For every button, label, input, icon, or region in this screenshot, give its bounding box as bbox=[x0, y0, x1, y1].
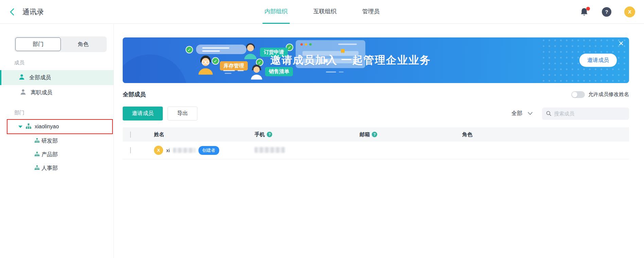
members-group-label: 成员 bbox=[14, 60, 114, 66]
email-help-icon[interactable]: ? bbox=[372, 132, 377, 137]
tree-node-hr-dept[interactable]: 人事部 bbox=[0, 161, 114, 175]
tree-node-root-highlighted[interactable]: xiaolinyao bbox=[7, 119, 113, 134]
check-icon: ✓ bbox=[186, 46, 193, 53]
table-header: 姓名 手机 ? 邮箱 ? 角色 bbox=[123, 127, 629, 142]
sidebar-item-former-members[interactable]: 离职成员 bbox=[0, 85, 114, 100]
tab-connected-org[interactable]: 互联组织 bbox=[311, 0, 338, 24]
column-name: 姓名 bbox=[154, 131, 164, 138]
notification-dot bbox=[586, 7, 590, 11]
org-icon bbox=[35, 165, 39, 171]
help-icon[interactable]: ? bbox=[602, 7, 611, 17]
filter-value: 全部 bbox=[511, 110, 522, 117]
tree-node-label: 研发部 bbox=[41, 138, 58, 145]
person-illustration bbox=[242, 42, 259, 61]
banner-tag-sales: 销售清单 bbox=[265, 67, 293, 76]
caret-down-icon[interactable] bbox=[18, 126, 22, 128]
sidebar-item-label: 全部成员 bbox=[29, 74, 51, 81]
search-input[interactable] bbox=[554, 111, 625, 116]
banner-tag-inventory: 库存管理 bbox=[220, 61, 248, 70]
top-header: 通讯录 内部组织 互联组织 管理员 ? X bbox=[0, 0, 644, 24]
member-icon bbox=[20, 89, 26, 96]
segment-role[interactable]: 角色 bbox=[61, 37, 106, 51]
banner-chat-card bbox=[196, 45, 246, 54]
banner-invite-button[interactable]: 邀请成员 bbox=[579, 54, 617, 67]
user-avatar[interactable]: X bbox=[624, 6, 635, 17]
tab-internal-org[interactable]: 内部组织 bbox=[262, 0, 290, 24]
filter-dropdown[interactable]: 全部 bbox=[511, 110, 533, 117]
member-name-redacted bbox=[173, 148, 195, 153]
sidebar-item-all-members[interactable]: 全部成员 bbox=[0, 70, 114, 85]
main-content: ✓ ✓ 订货申请 ✓ 库存管理 ✓ bbox=[114, 24, 644, 258]
member-phone-redacted bbox=[255, 147, 285, 153]
header-actions: ? X bbox=[580, 6, 635, 17]
back-icon[interactable] bbox=[9, 8, 16, 16]
person-illustration bbox=[196, 54, 215, 76]
tab-admin[interactable]: 管理员 bbox=[360, 0, 382, 24]
check-icon: ✓ bbox=[212, 57, 219, 65]
members-table: 姓名 手机 ? 邮箱 ? 角色 X xi 创建者 bbox=[123, 127, 629, 159]
tree-node-rd-dept[interactable]: 研发部 bbox=[0, 134, 114, 148]
allow-rename-toggle[interactable] bbox=[571, 91, 585, 98]
person-illustration bbox=[249, 63, 264, 81]
column-email: 邮箱 bbox=[360, 131, 370, 138]
sidebar-item-label: 离职成员 bbox=[31, 89, 52, 96]
chevron-down-icon bbox=[528, 112, 533, 115]
export-button[interactable]: 导出 bbox=[168, 107, 197, 120]
allow-rename-toggle-wrap: 允许成员修改姓名 bbox=[571, 91, 629, 98]
org-icon bbox=[26, 124, 31, 130]
dept-group-label: 部门 bbox=[14, 110, 114, 116]
page-title: 通讯录 bbox=[22, 7, 44, 17]
sidebar: 部门 角色 成员 全部成员 离职成员 部门 xiaolinyao bbox=[0, 24, 114, 258]
table-row[interactable]: X xi 创建者 bbox=[123, 142, 629, 159]
banner-headline: 邀请成员加入 一起管理企业业务 bbox=[270, 53, 431, 67]
tree-node-label: xiaolinyao bbox=[35, 124, 59, 130]
invite-member-button[interactable]: 邀请成员 bbox=[123, 107, 163, 120]
banner-decor-circle bbox=[123, 54, 187, 83]
segment-department[interactable]: 部门 bbox=[15, 37, 61, 51]
select-all-checkbox[interactable] bbox=[130, 131, 131, 138]
header-tabs: 内部组织 互联组织 管理员 bbox=[262, 0, 382, 24]
search-box bbox=[542, 108, 629, 120]
creator-badge: 创建者 bbox=[198, 146, 219, 155]
org-icon bbox=[35, 138, 39, 144]
invite-banner: ✓ ✓ 订货申请 ✓ 库存管理 ✓ bbox=[123, 37, 629, 83]
member-name-visible: xi bbox=[166, 147, 170, 153]
toggle-knob bbox=[572, 92, 577, 97]
tree-node-label: 人事部 bbox=[41, 165, 58, 172]
row-avatar: X bbox=[154, 146, 163, 155]
phone-help-icon[interactable]: ? bbox=[267, 132, 272, 137]
tree-node-label: 产品部 bbox=[41, 151, 58, 158]
row-checkbox[interactable] bbox=[130, 147, 131, 154]
notification-bell-icon[interactable] bbox=[580, 7, 589, 16]
section-title: 全部成员 bbox=[123, 91, 146, 98]
tree-node-product-dept[interactable]: 产品部 bbox=[0, 148, 114, 161]
org-icon bbox=[35, 151, 39, 158]
member-icon bbox=[19, 74, 25, 81]
column-phone: 手机 bbox=[255, 131, 265, 138]
close-icon[interactable]: × bbox=[619, 38, 624, 49]
dept-role-switch: 部门 角色 bbox=[14, 36, 107, 52]
column-role: 角色 bbox=[462, 131, 472, 138]
search-icon bbox=[546, 111, 551, 116]
toggle-label: 允许成员修改姓名 bbox=[588, 91, 629, 98]
